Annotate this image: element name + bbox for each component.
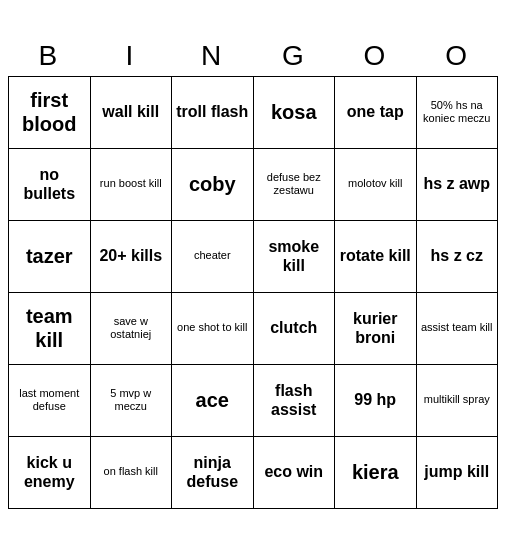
- bingo-cell: jump kill: [417, 437, 499, 509]
- bingo-cell: one tap: [335, 77, 417, 149]
- bingo-cell: 99 hp: [335, 365, 417, 437]
- header-letter: G: [253, 36, 335, 76]
- header-letter: O: [335, 36, 417, 76]
- bingo-cell: team kill: [9, 293, 91, 365]
- bingo-cell: troll flash: [172, 77, 254, 149]
- bingo-cell: 50% hs na koniec meczu: [417, 77, 499, 149]
- bingo-cell: smoke kill: [254, 221, 336, 293]
- header-letter: O: [416, 36, 498, 76]
- header-letter: B: [8, 36, 90, 76]
- bingo-cell: run boost kill: [91, 149, 173, 221]
- bingo-cell: clutch: [254, 293, 336, 365]
- bingo-header: BINGOO: [8, 36, 498, 76]
- bingo-cell: kiera: [335, 437, 417, 509]
- bingo-card: BINGOO first bloodwall killtroll flashko…: [8, 36, 498, 509]
- bingo-cell: first blood: [9, 77, 91, 149]
- bingo-cell: eco win: [254, 437, 336, 509]
- bingo-cell: kurier broni: [335, 293, 417, 365]
- bingo-cell: no bullets: [9, 149, 91, 221]
- bingo-cell: molotov kill: [335, 149, 417, 221]
- bingo-cell: 20+ kills: [91, 221, 173, 293]
- bingo-cell: defuse bez zestawu: [254, 149, 336, 221]
- bingo-cell: kick u enemy: [9, 437, 91, 509]
- bingo-cell: cheater: [172, 221, 254, 293]
- bingo-grid: first bloodwall killtroll flashkosaone t…: [8, 76, 498, 509]
- bingo-cell: assist team kill: [417, 293, 499, 365]
- bingo-cell: ace: [172, 365, 254, 437]
- bingo-cell: on flash kill: [91, 437, 173, 509]
- bingo-cell: kosa: [254, 77, 336, 149]
- bingo-cell: rotate kill: [335, 221, 417, 293]
- bingo-cell: last moment defuse: [9, 365, 91, 437]
- bingo-cell: multikill spray: [417, 365, 499, 437]
- header-letter: I: [90, 36, 172, 76]
- header-letter: N: [171, 36, 253, 76]
- bingo-cell: hs z cz: [417, 221, 499, 293]
- bingo-cell: flash assist: [254, 365, 336, 437]
- bingo-cell: coby: [172, 149, 254, 221]
- bingo-cell: 5 mvp w meczu: [91, 365, 173, 437]
- bingo-cell: one shot to kill: [172, 293, 254, 365]
- bingo-cell: wall kill: [91, 77, 173, 149]
- bingo-cell: save w ostatniej: [91, 293, 173, 365]
- bingo-cell: tazer: [9, 221, 91, 293]
- bingo-cell: ninja defuse: [172, 437, 254, 509]
- bingo-cell: hs z awp: [417, 149, 499, 221]
